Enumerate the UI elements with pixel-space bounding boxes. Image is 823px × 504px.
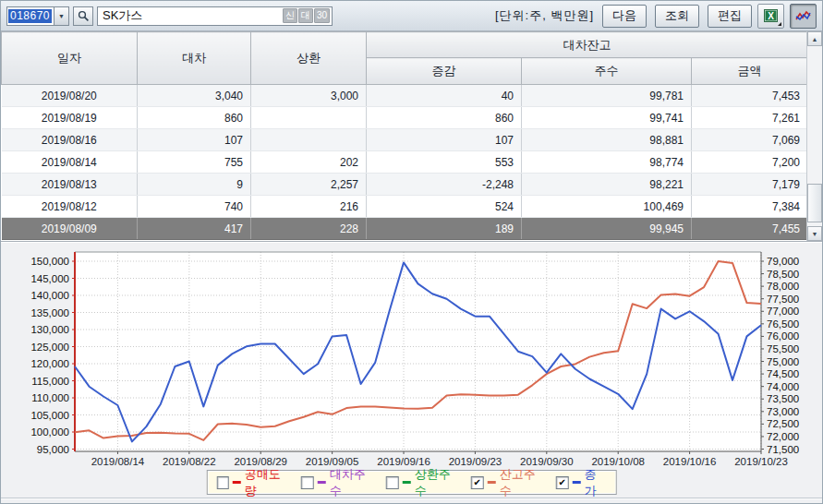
chart-panel: 150,000145,000140,000135,000130,000125,0… — [1, 242, 822, 504]
right-axis-label: 75,000 — [767, 356, 799, 367]
stock-search-button[interactable] — [73, 6, 93, 26]
table-row[interactable]: 2019/08/12740216524100,4697,384 — [2, 196, 808, 218]
table-row[interactable]: 2019/08/1392,257-2,24898,2217,179 — [2, 174, 808, 196]
bottom-divider — [1, 498, 822, 499]
right-axis-label: 72,000 — [767, 431, 799, 442]
left-axis-label: 100,000 — [30, 426, 69, 438]
right-axis-label: 73,500 — [767, 393, 799, 404]
cell-shares: 99,741 — [522, 107, 692, 129]
legend-item[interactable]: ✔잔고주수 — [471, 466, 544, 499]
table-row[interactable]: 2019/08/203,0403,0004099,7817,453 — [2, 85, 808, 107]
legend-checkbox[interactable] — [386, 476, 398, 489]
table-row[interactable]: 2019/08/0941722818999,9457,455 — [2, 218, 808, 240]
left-axis-label: 115,000 — [31, 376, 69, 387]
legend-checkbox[interactable]: ✔ — [471, 476, 483, 489]
right-axis-label: 79,000 — [767, 256, 799, 267]
cell-repay: 202 — [251, 151, 367, 174]
left-axis-label: 110,000 — [31, 392, 69, 403]
cell-date: 2019/08/20 — [2, 85, 138, 107]
x-axis-label: 2019/10/23 — [734, 456, 788, 467]
excel-export-button[interactable]: X — [757, 4, 784, 29]
stock-code-input[interactable]: 018670 — [6, 6, 54, 26]
left-axis-label: 150,000 — [30, 256, 69, 267]
header-amount: 금액 — [692, 58, 808, 85]
header-balance-group: 대차잔고 — [367, 32, 808, 58]
arrow-down-icon: ▼ — [812, 231, 818, 237]
chart-view-button[interactable] — [790, 4, 817, 29]
chart-icon — [795, 9, 811, 22]
arrow-up-icon: ▲ — [812, 36, 818, 42]
stock-name-field[interactable]: SK가스 신 대 30 — [97, 6, 333, 26]
left-axis-label: 145,000 — [30, 273, 69, 284]
legend-dash-icon — [487, 481, 495, 484]
lending-table-area: 일자 대차 상환 대차잔고 증감 주수 금액 2019/08/203,0403,… — [1, 31, 822, 242]
right-axis-label: 76,500 — [767, 318, 799, 330]
balance-table: 일자 대차 상환 대차잔고 증감 주수 금액 2019/08/203,0403,… — [1, 31, 808, 240]
cell-change: 40 — [367, 85, 522, 107]
stock-badge-loan: 대 — [298, 8, 313, 23]
cell-shares: 100,469 — [522, 196, 692, 218]
cell-shares: 98,881 — [522, 129, 692, 151]
edit-button[interactable]: 편집 — [708, 5, 752, 28]
cell-loan: 417 — [138, 218, 251, 240]
cell-amount: 7,179 — [692, 174, 808, 196]
right-axis-label: 76,000 — [767, 330, 799, 342]
right-axis-label: 71,500 — [767, 444, 799, 455]
cell-repay: 2,257 — [251, 174, 367, 196]
scroll-up-button[interactable]: ▲ — [807, 31, 822, 46]
left-axis-label: 120,000 — [30, 358, 69, 369]
unit-label: [단위:주, 백만원] — [495, 7, 594, 24]
legend-item[interactable]: 공매도량 — [216, 466, 289, 499]
stock-code-dropdown-button[interactable]: ▼ — [54, 6, 69, 26]
scroll-down-button[interactable]: ▼ — [807, 226, 822, 241]
cell-repay: 228 — [251, 218, 367, 240]
cell-shares: 99,945 — [522, 218, 692, 240]
scrollbar-thumb[interactable] — [807, 184, 822, 222]
cell-change: -2,248 — [367, 174, 522, 196]
table-row[interactable]: 2019/08/1986086099,7417,261 — [2, 107, 808, 129]
legend-label: 대차주수 — [330, 466, 374, 499]
query-button[interactable]: 조회 — [655, 5, 699, 28]
table-scrollbar[interactable]: ▲ ▼ — [806, 31, 822, 241]
cell-amount: 7,261 — [692, 107, 808, 129]
right-axis-label: 72,500 — [767, 418, 799, 429]
excel-dropdown-arrow-icon — [778, 22, 781, 26]
cell-loan: 860 — [138, 107, 251, 129]
cell-repay — [251, 107, 367, 129]
cell-loan: 755 — [138, 151, 251, 174]
cell-loan: 740 — [138, 196, 251, 218]
legend-checkbox[interactable]: ✔ — [556, 476, 568, 489]
header-loan: 대차 — [138, 32, 251, 85]
table-header: 일자 대차 상환 대차잔고 증감 주수 금액 — [2, 32, 808, 85]
legend-dash-icon — [232, 481, 240, 484]
stock-code-combo: 018670 ▼ — [6, 6, 69, 26]
next-button[interactable]: 다음 — [602, 5, 647, 28]
plot-background — [75, 252, 761, 451]
cell-date: 2019/08/16 — [2, 129, 138, 151]
stock-badge-new: 신 — [283, 8, 297, 23]
legend-label: 공매도량 — [245, 466, 289, 499]
table-row[interactable]: 2019/08/1610710798,8817,069 — [2, 129, 808, 151]
legend-item[interactable]: 대차주수 — [301, 466, 374, 499]
cell-date: 2019/08/13 — [2, 174, 138, 196]
left-axis-label: 95,000 — [37, 444, 69, 455]
legend-checkbox[interactable] — [301, 476, 313, 489]
legend-item[interactable]: 상환주수 — [386, 466, 459, 499]
left-axis-label: 130,000 — [30, 324, 69, 335]
legend-checkbox[interactable] — [216, 476, 228, 489]
legend-dash-icon — [572, 481, 580, 484]
legend-item[interactable]: ✔종가 — [556, 466, 607, 499]
right-axis-label: 78,500 — [767, 269, 799, 280]
legend-label: 상환주수 — [415, 466, 459, 499]
left-axis-label: 105,000 — [30, 410, 69, 421]
cell-loan: 3,040 — [138, 85, 251, 107]
right-axis-label: 75,500 — [767, 343, 799, 354]
excel-icon: X — [764, 9, 778, 22]
header-repay: 상환 — [251, 32, 367, 85]
cell-change: 189 — [367, 218, 522, 240]
cell-loan: 9 — [138, 174, 251, 196]
header-date: 일자 — [2, 32, 138, 85]
cell-shares: 98,774 — [522, 151, 692, 174]
right-axis-label: 77,500 — [767, 294, 799, 305]
table-row[interactable]: 2019/08/1475520255398,7747,200 — [2, 151, 808, 174]
